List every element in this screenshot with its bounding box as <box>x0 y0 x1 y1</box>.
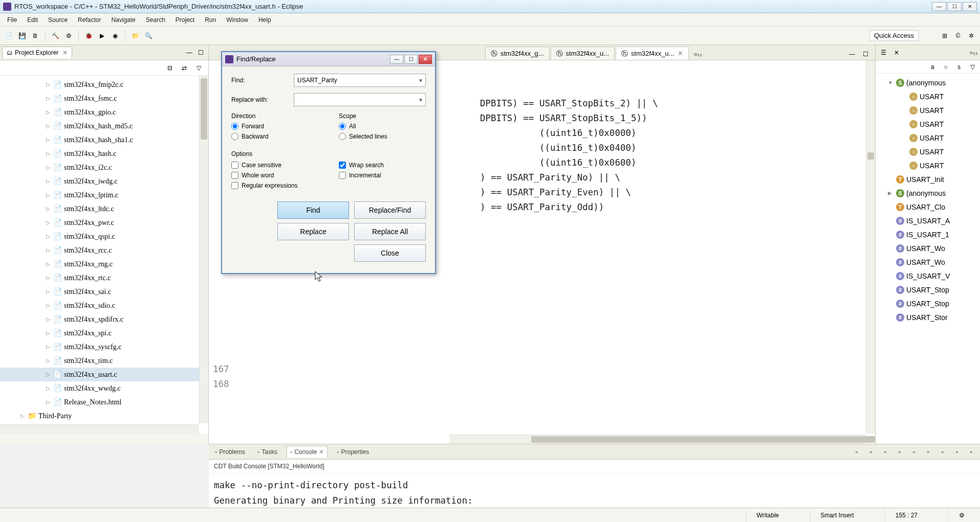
expand-arrow-icon[interactable]: ▷ <box>46 247 51 253</box>
dialog-minimize-button[interactable]: — <box>390 55 403 64</box>
bottom-tab-properties[interactable]: ▫Properties <box>334 446 372 458</box>
outline-item[interactable]: ○USART <box>876 103 980 117</box>
menu-navigate[interactable]: Navigate <box>106 14 140 26</box>
debug-perspective-button[interactable]: ✲ <box>966 30 977 41</box>
open-perspective-button[interactable]: ⊞ <box>939 30 950 41</box>
save-all-button[interactable]: 🗎 <box>30 30 41 41</box>
min-icon[interactable]: ▫ <box>951 446 963 458</box>
outline-item[interactable]: ○USART <box>876 131 980 145</box>
maximize-editor-button[interactable]: ☐ <box>860 49 871 60</box>
debug-button[interactable]: 🐞 <box>83 30 94 41</box>
file-item[interactable]: ▷📄stm32f4xx_hash_md5.c <box>0 119 208 133</box>
menu-run[interactable]: Run <box>200 14 221 26</box>
save-button[interactable]: 💾 <box>16 30 28 41</box>
outline-item[interactable]: #USART_Wo <box>876 241 980 255</box>
outline-item[interactable]: #USART_Wo <box>876 255 980 269</box>
menu-search[interactable]: Search <box>141 14 170 26</box>
file-item[interactable]: ▷📄stm32f4xx_usart.c <box>0 368 208 381</box>
file-item[interactable]: ▷📄stm32f4xx_syscfg.c <box>0 340 208 354</box>
expand-arrow-icon[interactable]: ▷ <box>46 344 51 350</box>
view-menu-button[interactable]: ▽ <box>193 62 204 74</box>
run-button[interactable]: ▶ <box>96 30 107 41</box>
sort-button[interactable]: а <box>927 61 938 73</box>
max-icon[interactable]: ▫ <box>966 446 977 458</box>
scroll-lock-icon[interactable]: ▫ <box>851 446 862 458</box>
expand-arrow-icon[interactable]: ▷ <box>46 303 51 308</box>
replace-find-button[interactable]: Replace/Find <box>354 201 426 219</box>
file-item[interactable]: ▷📄stm32f4xx_tim.c <box>0 354 208 368</box>
outline-close-icon[interactable]: ✕ <box>891 47 902 58</box>
expand-arrow-icon[interactable]: ▷ <box>46 399 51 405</box>
dropdown-arrow-icon[interactable]: ▼ <box>418 78 423 83</box>
expand-arrow-icon[interactable]: ▷ <box>20 413 26 419</box>
maximize-view-button[interactable]: ☐ <box>195 47 206 58</box>
editor-tab[interactable]: ⓗstm32f4xx_u... <box>551 47 615 60</box>
hide-static-button[interactable]: s <box>953 61 965 73</box>
menu-project[interactable]: Project <box>170 14 200 26</box>
expand-arrow-icon[interactable]: ▷ <box>46 385 51 391</box>
tree-horizontal-scrollbar[interactable] <box>0 424 199 434</box>
outline-item[interactable]: #IS_USART_A <box>876 214 980 228</box>
file-item[interactable]: ▷📄stm32f4xx_ltdc.c <box>0 202 208 216</box>
expand-arrow-icon[interactable]: ▷ <box>46 234 51 239</box>
scope-selected-radio[interactable]: Selected lines <box>339 133 426 140</box>
pin-icon[interactable]: ▫ <box>865 446 877 458</box>
case-sensitive-checkbox[interactable]: Case sensitive <box>231 162 318 169</box>
link-editor-button[interactable]: ⇄ <box>179 62 190 74</box>
menu-source[interactable]: Source <box>43 14 73 26</box>
hide-fields-button[interactable]: ○ <box>940 61 951 73</box>
file-item[interactable]: ▷📄stm32f4xx_spi.c <box>0 326 208 340</box>
tab-overflow-button[interactable]: »₁₅ <box>690 49 707 60</box>
open-console-icon[interactable]: ▫ <box>923 446 934 458</box>
file-item[interactable]: ▷📄stm32f4xx_gpio.c <box>0 105 208 119</box>
bottom-tab-tasks[interactable]: ▫Tasks <box>254 446 280 458</box>
file-item[interactable]: ▷📄stm32f4xx_rcc.c <box>0 243 208 257</box>
backward-radio[interactable]: Backward <box>231 133 318 140</box>
minimize-editor-button[interactable]: — <box>846 49 858 60</box>
file-item[interactable]: ▷📄stm32f4xx_fmip2c.c <box>0 78 208 92</box>
outline-item[interactable]: ○USART <box>876 145 980 158</box>
quick-access-input[interactable]: Quick Access <box>869 30 919 41</box>
expand-arrow-icon[interactable]: ▷ <box>46 275 51 281</box>
wrap-search-checkbox[interactable]: Wrap search <box>339 162 426 169</box>
editor-horizontal-scrollbar[interactable] <box>449 435 866 444</box>
outline-item[interactable]: ▶S(anonymous <box>876 186 980 200</box>
outline-item[interactable]: ○USART <box>876 158 980 172</box>
minimize-view-button[interactable]: — <box>184 47 195 58</box>
forward-radio[interactable]: Forward <box>231 123 318 130</box>
display-icon[interactable]: ▫ <box>880 446 891 458</box>
menu-window[interactable]: Window <box>221 14 253 26</box>
file-item[interactable]: ▷📄stm32f4xx_iwdg.c <box>0 174 208 188</box>
c-cpp-perspective-button[interactable]: © <box>952 30 964 41</box>
project-explorer-tab[interactable]: 🗂 Project Explorer ✕ <box>2 47 72 58</box>
file-item[interactable]: ▷📄stm32f4xx_qspi.c <box>0 230 208 243</box>
replace-all-button[interactable]: Replace All <box>354 223 426 240</box>
menu-help[interactable]: Help <box>253 14 276 26</box>
regex-checkbox[interactable]: Regular expressions <box>231 182 318 189</box>
outline-item[interactable]: #USART_Stor <box>876 310 980 324</box>
incremental-checkbox[interactable]: Incremental <box>339 172 426 179</box>
file-item[interactable]: ▷📄stm32f4xx_sai.c <box>0 285 208 299</box>
build-button[interactable]: 🔨 <box>50 30 61 41</box>
expand-arrow-icon[interactable]: ▷ <box>46 165 51 170</box>
outline-tree[interactable]: ▼S(anonymous○USART○USART○USART○USART○USA… <box>876 74 980 326</box>
expand-arrow-icon[interactable]: ▷ <box>46 316 51 322</box>
editor-tab[interactable]: ⓗstm32f4xx_u...✕ <box>616 47 689 60</box>
collapse-all-button[interactable]: ⊟ <box>164 62 176 74</box>
close-tab-icon[interactable]: ✕ <box>678 50 683 57</box>
outline-item[interactable]: TUSART_Clo <box>876 200 980 214</box>
whole-word-checkbox[interactable]: Whole word <box>231 172 318 179</box>
expand-arrow-icon[interactable]: ▷ <box>46 96 51 101</box>
file-item[interactable]: ▷📄Release_Notes.html <box>0 395 208 409</box>
new-console-icon[interactable]: ▫ <box>937 446 948 458</box>
maximize-button[interactable]: ☐ <box>947 2 962 11</box>
expand-arrow-icon[interactable]: ▷ <box>46 330 51 336</box>
outline-item[interactable]: #IS_USART_1 <box>876 228 980 241</box>
menu-refactor[interactable]: Refactor <box>73 14 106 26</box>
expand-arrow-icon[interactable]: ▷ <box>46 192 51 198</box>
menu-file[interactable]: File <box>2 14 22 26</box>
close-button[interactable]: Close <box>354 244 426 262</box>
expand-arrow-icon[interactable]: ▷ <box>46 261 51 267</box>
expand-arrow-icon[interactable]: ▶ <box>888 190 894 196</box>
view-menu-arrow[interactable]: ▽ <box>967 61 978 73</box>
